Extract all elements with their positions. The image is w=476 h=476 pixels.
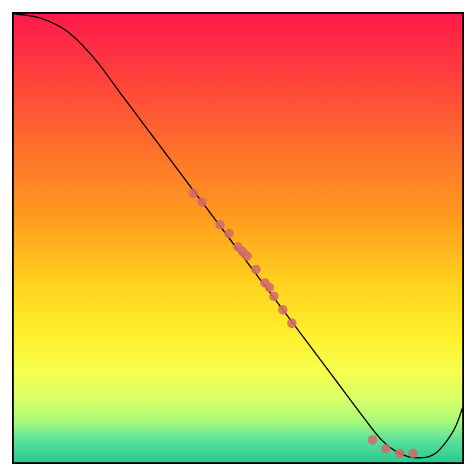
data-point [394,449,404,458]
data-point [198,198,207,207]
data-point [269,292,278,301]
data-point [215,220,225,229]
data-point [265,283,274,292]
data-point [278,305,287,315]
data-point [251,265,261,274]
plot-background [14,14,462,462]
data-point [368,435,377,444]
data-point [189,189,198,198]
chart-stage: TheBottleneck.com [0,0,476,476]
plot-svg [14,14,462,462]
data-point [224,228,234,238]
data-point [242,251,252,261]
data-point [408,449,418,458]
plot-frame: TheBottleneck.com [12,12,464,464]
data-point [381,444,391,453]
data-point [287,318,296,328]
